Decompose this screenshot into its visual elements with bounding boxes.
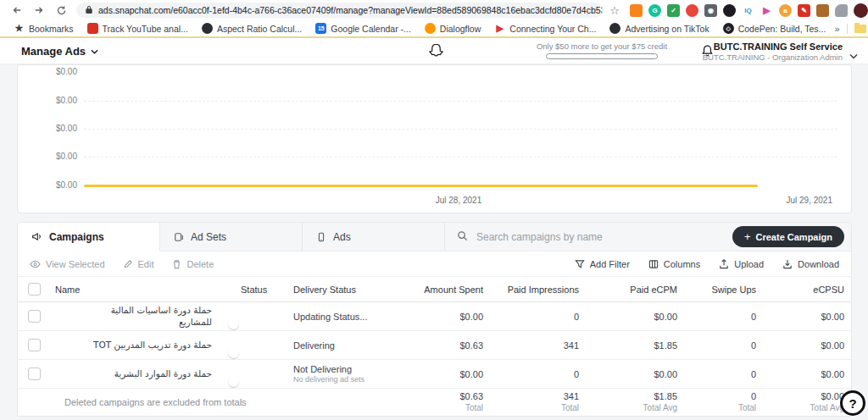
forward-icon[interactable] — [32, 3, 46, 17]
amount-spent-cell: $0.63 — [383, 340, 485, 351]
column-header-paid-impressions[interactable]: Paid Impressions — [485, 285, 581, 295]
back-icon[interactable] — [10, 3, 24, 17]
red-editor-extension-icon[interactable]: ✎ — [798, 4, 810, 17]
select-all-checkbox[interactable] — [28, 283, 41, 296]
x-tick-label: Jul 28, 2021 — [408, 196, 509, 205]
manage-ads-menu[interactable]: Manage Ads — [21, 45, 98, 58]
ecpsu-cell: $0.00 — [758, 312, 851, 322]
create-campaign-button[interactable]: + Create Campaign — [732, 226, 844, 247]
toggle-knob — [228, 376, 239, 387]
browser-toolbar: ads.snapchat.com/e60acc0f-1efd-4b4c-a766… — [0, 0, 868, 20]
totals-row: Deleted campaigns are excluded from tota… — [18, 389, 851, 416]
check-icon — [246, 378, 253, 384]
reload-icon[interactable] — [54, 3, 68, 17]
totals-note: Deleted campaigns are excluded from tota… — [18, 397, 383, 407]
help-button[interactable]: ? — [840, 390, 865, 416]
paid-impressions-cell: 0 — [485, 312, 581, 322]
bookmark-item[interactable]: Dialogflow — [425, 23, 481, 34]
delivery-status-sub: No delivering ad sets — [293, 375, 383, 384]
gridline — [84, 129, 837, 130]
row-checkbox[interactable] — [28, 339, 41, 351]
url-bar[interactable]: ads.snapchat.com/e60acc0f-1efd-4b4c-a766… — [76, 3, 603, 18]
bookmark-item[interactable]: ▶Connecting Your Ch... — [494, 23, 596, 34]
gray-square-extension-icon[interactable]: ◉ — [704, 4, 717, 17]
paid-impressions-cell: 0 — [485, 369, 581, 379]
extensions-puzzle-icon[interactable] — [835, 4, 848, 17]
browser-profile-avatar[interactable] — [854, 3, 868, 18]
screen: ads.snapchat.com/e60acc0f-1efd-4b4c-a766… — [0, 0, 868, 420]
row-checkbox[interactable] — [28, 368, 41, 380]
bookmarks-menu[interactable]: ★Bookmarks — [14, 23, 74, 34]
swipe-ups-cell: 0 — [679, 340, 758, 351]
play-extension-icon[interactable]: ▶ — [760, 4, 773, 17]
dialogflow-icon — [425, 23, 436, 34]
tab-ads[interactable]: Ads — [303, 223, 445, 251]
orange-extension-icon[interactable]: a — [779, 4, 792, 17]
column-header-swipe-ups[interactable]: Swipe Ups — [679, 285, 758, 295]
bookmark-item[interactable]: 15Google Calendar -... — [315, 23, 411, 34]
bookmark-item[interactable]: Aspect Ratio Calcul... — [202, 23, 302, 34]
campaign-row[interactable]: حملة دورة اساسيات المالية للمشاريع Updat… — [18, 302, 851, 331]
column-header-delivery-status[interactable]: Delivery Status — [293, 285, 383, 295]
search-area: + Create Campaign — [445, 223, 851, 251]
edit-button[interactable]: Edit — [124, 259, 154, 269]
download-icon — [782, 258, 793, 269]
y-tick-label: $0.00 — [18, 180, 77, 190]
filter-funnel-icon — [575, 259, 585, 269]
column-header-paid-ecpm[interactable]: Paid eCPM — [581, 285, 679, 295]
search-icon — [457, 229, 468, 245]
iq-extension-icon[interactable]: IQ — [742, 4, 754, 17]
other-bookmarks[interactable]: Other bookmarks — [854, 24, 868, 34]
eye-icon — [30, 260, 41, 268]
check-icon — [246, 349, 253, 356]
dark-circle-extension-icon[interactable] — [723, 4, 736, 17]
campaign-name[interactable]: حملة دورة تدريب المدربين TOT — [93, 340, 212, 351]
bookmarks-overflow-chevron[interactable]: » — [834, 24, 839, 34]
tab-ad-sets[interactable]: Ad Sets — [160, 223, 303, 251]
red-capsule-extension-icon[interactable] — [686, 4, 698, 17]
credit-text: Only $50 more to get your $75 credit — [513, 41, 691, 51]
add-filter-button[interactable]: Add Filter — [575, 258, 630, 269]
bookmark-item[interactable]: Advertising on TikTok — [609, 23, 709, 34]
campaign-name[interactable]: حملة دورة الموارد البشرية — [114, 368, 212, 380]
bookmark-item[interactable]: Track YouTube anal... — [87, 23, 188, 34]
column-header-ecpsu[interactable]: eCPSU — [758, 285, 851, 295]
delete-button[interactable]: Delete — [172, 259, 214, 269]
url-text: ads.snapchat.com/e60acc0f-1efd-4b4c-a766… — [98, 5, 603, 15]
tab-campaigns[interactable]: Campaigns — [18, 223, 160, 251]
column-header-status[interactable]: Status — [241, 285, 293, 295]
row-checkbox[interactable] — [28, 310, 41, 323]
view-selected-button[interactable]: View Selected — [30, 259, 105, 269]
account-name: BUTC.TRAINING Self Service — [703, 41, 843, 52]
account-chevron-icon[interactable] — [849, 47, 858, 63]
campaign-manager-panel: Campaigns Ad Sets Ads + Create Campaign — [17, 222, 852, 417]
y-tick-label: $0.00 — [18, 67, 77, 76]
app-header: Manage Ads Only $50 more to get your $75… — [0, 38, 868, 64]
upload-button[interactable]: Upload — [719, 258, 764, 269]
download-button[interactable]: Download — [782, 258, 839, 269]
campaign-row[interactable]: حملة دورة الموارد البشرية Not Delivering… — [18, 360, 851, 389]
column-header-name[interactable]: Name — [55, 285, 241, 295]
metamask-extension-icon[interactable] — [630, 4, 643, 17]
snapchat-ghost-icon[interactable] — [427, 42, 445, 64]
total-paid-ecpm: $1.85Total Avg — [581, 391, 677, 413]
check-extension-icon[interactable]: ✓ — [667, 4, 680, 17]
bookmarks-bar: ★Bookmarks Track YouTube anal... Aspect … — [0, 20, 868, 36]
toggle-knob — [228, 347, 239, 358]
performance-chart: $0.00 $0.00 $0.00 $0.00 $0.00 Jul 28, 20… — [17, 64, 852, 213]
grammarly-extension-icon[interactable]: G — [648, 4, 661, 17]
column-header-amount-spent[interactable]: Amount Spent — [383, 285, 485, 295]
bookmark-star-icon[interactable]: ☆ — [609, 5, 620, 16]
search-input[interactable] — [476, 231, 732, 243]
campaign-name[interactable]: حملة دورة اساسيات المالية للمشاريع — [85, 305, 212, 328]
total-swipe-ups: 0Total — [679, 391, 756, 413]
swipe-ups-cell: 0 — [679, 369, 758, 379]
level-tabs: Campaigns Ad Sets Ads + Create Campaign — [18, 223, 851, 251]
campaign-row[interactable]: حملة دورة تدريب المدربين TOT Delivering … — [18, 331, 851, 360]
delivery-status: Delivering — [293, 340, 335, 351]
account-switcher[interactable]: BUTC.TRAINING Self Service BUTC.TRAINING… — [703, 41, 843, 62]
y-tick-label: $0.00 — [18, 96, 77, 105]
bookmark-item[interactable]: ◇CodePen: Build, Tes... — [723, 23, 826, 34]
columns-button[interactable]: Columns — [648, 258, 700, 269]
brown-book-extension-icon[interactable] — [816, 4, 829, 17]
